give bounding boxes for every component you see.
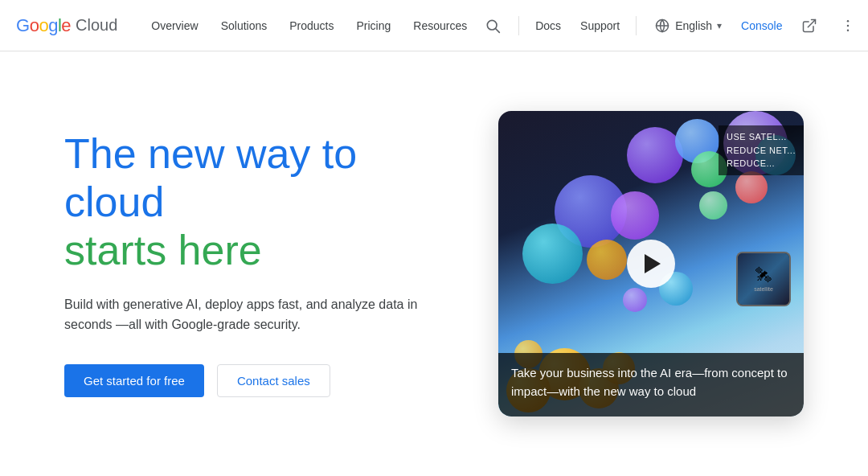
search-icon xyxy=(485,18,501,34)
mini-card-label: satellite xyxy=(754,286,773,292)
svg-line-1 xyxy=(496,28,500,32)
nav-overview[interactable]: Overview xyxy=(141,13,207,39)
hero-section: The new way to cloud starts here Build w… xyxy=(64,130,450,397)
contact-sales-button[interactable]: Contact sales xyxy=(217,364,330,397)
nav-resources[interactable]: Resources xyxy=(403,13,477,39)
chevron-down-icon: ▾ xyxy=(717,20,722,31)
satellite-icon: 🛰 xyxy=(755,266,772,285)
hero-heading: The new way to cloud starts here xyxy=(64,130,450,274)
hero-heading-line1: The new way to cloud xyxy=(64,130,450,227)
video-top-text: USE SATEL... REDUCE NET... REDUCE... xyxy=(719,125,804,175)
video-top-text-line1: USE SATEL... xyxy=(727,130,796,144)
open-in-new-icon xyxy=(801,18,817,34)
nav-divider xyxy=(518,16,519,35)
svg-line-4 xyxy=(809,19,816,27)
google-logo: Google xyxy=(16,15,71,36)
hero-subtext: Build with generative AI, deploy apps fa… xyxy=(64,294,450,335)
svg-point-5 xyxy=(847,19,850,22)
nav-divider-2 xyxy=(636,16,637,35)
mini-card-inner: 🛰 satellite xyxy=(738,253,789,305)
play-triangle-icon xyxy=(645,254,661,273)
video-thumbnail[interactable]: USE SATEL... REDUCE NET... REDUCE... 🛰 s… xyxy=(498,111,804,416)
hero-buttons: Get started for free Contact sales xyxy=(64,364,450,397)
language-label: English xyxy=(675,19,712,32)
nav-solutions[interactable]: Solutions xyxy=(211,13,277,39)
video-top-text-line3: REDUCE... xyxy=(727,157,796,170)
open-in-new-button[interactable] xyxy=(793,10,825,42)
nav-products[interactable]: Products xyxy=(280,13,343,39)
globe-icon xyxy=(654,18,670,34)
video-caption: Take your business into the AI era—from … xyxy=(498,353,804,416)
nav-links: Overview Solutions Products Pricing Reso… xyxy=(141,13,477,39)
svg-point-6 xyxy=(847,24,850,27)
more-vert-icon xyxy=(840,18,856,34)
language-selector[interactable]: English ▾ xyxy=(646,13,730,39)
logo[interactable]: Google Cloud xyxy=(16,15,117,36)
cloud-logo-text: Cloud xyxy=(76,16,117,35)
more-options-button[interactable] xyxy=(832,10,864,42)
nav-pricing[interactable]: Pricing xyxy=(346,13,400,39)
play-button[interactable] xyxy=(627,240,675,288)
docs-link[interactable]: Docs xyxy=(529,13,567,39)
search-button[interactable] xyxy=(477,10,509,42)
video-area: USE SATEL... REDUCE NET... REDUCE... 🛰 s… xyxy=(498,111,804,416)
get-started-button[interactable]: Get started for free xyxy=(64,364,204,397)
hero-heading-line2: starts here xyxy=(64,227,450,275)
console-link[interactable]: Console xyxy=(736,13,787,39)
main-content: The new way to cloud starts here Build w… xyxy=(0,51,868,476)
svg-point-7 xyxy=(847,29,850,31)
nav-right: Docs Support English ▾ Console xyxy=(477,10,864,42)
navbar: Google Cloud Overview Solutions Products… xyxy=(0,0,868,51)
mini-thumbnail-card: 🛰 satellite xyxy=(736,252,791,306)
support-link[interactable]: Support xyxy=(574,13,626,39)
video-top-text-line2: REDUCE NET... xyxy=(727,144,796,158)
